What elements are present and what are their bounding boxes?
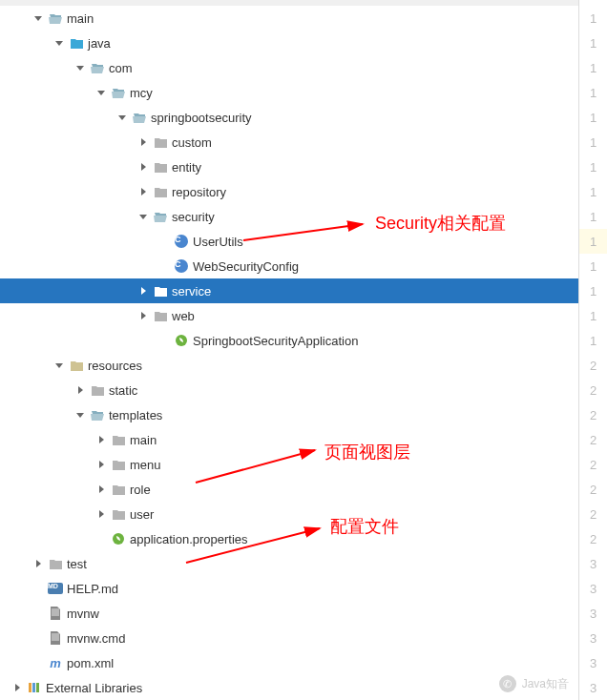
tree-label: static <box>109 383 145 398</box>
folder-java[interactable]: java <box>0 31 578 55</box>
expand-arrow-icon[interactable] <box>31 606 46 621</box>
expand-arrow-icon[interactable] <box>94 506 109 522</box>
expand-arrow-icon[interactable] <box>73 382 88 398</box>
md-icon: MD <box>48 581 63 596</box>
folder-tmpl-main[interactable]: main <box>0 427 578 452</box>
expand-arrow-icon[interactable] <box>136 308 151 323</box>
folder-service[interactable]: service <box>0 278 578 303</box>
tree-label: templates <box>109 408 170 422</box>
folder-tmpl-user[interactable]: user <box>0 502 578 526</box>
expand-arrow-icon[interactable] <box>73 407 88 422</box>
gutter-line: 2 <box>579 477 607 502</box>
file-help[interactable]: MDHELP.md <box>0 576 578 601</box>
gutter-line: 1 <box>579 328 607 353</box>
folder-test[interactable]: test <box>0 551 578 576</box>
file-icon <box>48 630 63 646</box>
folder-closed-icon <box>48 556 63 571</box>
expand-arrow-icon[interactable] <box>94 457 109 472</box>
project-tree[interactable]: srcmainjavacommcyspringbootsecuritycusto… <box>0 0 578 700</box>
expand-arrow-icon[interactable] <box>94 531 109 546</box>
folder-closed-icon <box>153 283 168 299</box>
gutter-line: 3 <box>579 551 607 576</box>
gutter-line: 1 <box>579 55 607 80</box>
expand-arrow-icon[interactable] <box>136 134 151 150</box>
gutter-line: 1 <box>579 179 607 204</box>
tree-label: HELP.md <box>67 582 126 596</box>
folder-resources[interactable]: resources <box>0 353 578 378</box>
expand-arrow-icon[interactable] <box>94 85 109 100</box>
tree-label: test <box>67 557 94 571</box>
folder-resources-icon <box>69 358 84 373</box>
gutter-line: 1 <box>579 130 607 154</box>
folder-main[interactable]: main <box>0 6 578 31</box>
gutter-line: 3 <box>579 576 607 601</box>
gutter-line: 2 <box>579 526 607 551</box>
expand-arrow-icon[interactable] <box>52 358 67 373</box>
gutter-line: 1 <box>579 303 607 328</box>
gutter-line: 2 <box>579 378 607 402</box>
java-class-icon: C <box>174 258 189 274</box>
expand-arrow-icon[interactable] <box>115 110 130 125</box>
expand-arrow-icon[interactable] <box>157 333 172 348</box>
gutter-line: 3 <box>579 626 607 650</box>
expand-arrow-icon[interactable] <box>31 581 46 596</box>
folder-springbootsecurity[interactable]: springbootsecurity <box>0 105 578 130</box>
file-appprops[interactable]: application.properties <box>0 526 578 551</box>
spring-icon <box>174 333 189 348</box>
expand-arrow-icon[interactable] <box>136 184 151 199</box>
tree-label: mvnw.cmd <box>67 631 133 646</box>
expand-arrow-icon[interactable] <box>73 60 88 75</box>
folder-closed-icon <box>153 308 168 323</box>
wechat-icon: ✆ <box>499 675 516 692</box>
expand-arrow-icon[interactable] <box>94 482 109 497</box>
expand-arrow-icon[interactable] <box>52 35 67 51</box>
gutter-line: 2 <box>579 427 607 452</box>
folder-tmpl-menu[interactable]: menu <box>0 452 578 477</box>
folder-com[interactable]: com <box>0 55 578 80</box>
file-springbootapp[interactable]: SpringbootSecurityApplication <box>0 328 578 353</box>
expand-arrow-icon[interactable] <box>31 10 46 26</box>
tree-label: menu <box>130 458 169 472</box>
folder-repository[interactable]: repository <box>0 179 578 204</box>
folder-custom[interactable]: custom <box>0 130 578 154</box>
gutter-line: 1 <box>579 229 607 254</box>
expand-arrow-icon[interactable] <box>31 556 46 571</box>
folder-web[interactable]: web <box>0 303 578 328</box>
expand-arrow-icon[interactable] <box>94 432 109 447</box>
gutter-line: 1 <box>579 105 607 130</box>
file-mvnwcmd[interactable]: mvnw.cmd <box>0 626 578 650</box>
tree-label: mcy <box>130 86 160 100</box>
folder-static[interactable]: static <box>0 378 578 402</box>
tree-label: resources <box>88 359 150 373</box>
expand-arrow-icon[interactable] <box>157 234 172 249</box>
file-mvnw[interactable]: mvnw <box>0 601 578 626</box>
file-websecurityconfig[interactable]: CWebSecurityConfig <box>0 254 578 278</box>
file-userutils[interactable]: CUserUtils <box>0 229 578 254</box>
tree-label: entity <box>172 160 209 175</box>
gutter-line: 1 <box>579 31 607 55</box>
tree-label: user <box>130 507 161 522</box>
folder-tmpl-role[interactable]: role <box>0 477 578 502</box>
expand-arrow-icon[interactable] <box>157 258 172 274</box>
folder-entity[interactable]: entity <box>0 154 578 179</box>
folder-closed-icon <box>111 482 126 497</box>
expand-arrow-icon[interactable] <box>136 209 151 224</box>
expand-arrow-icon[interactable] <box>31 630 46 646</box>
folder-closed-icon <box>153 159 168 175</box>
tree-label: pom.xml <box>67 656 121 670</box>
tree-label: repository <box>172 185 234 199</box>
java-class-icon: C <box>174 234 189 249</box>
folder-mcy[interactable]: mcy <box>0 80 578 105</box>
folder-open-icon <box>153 209 168 224</box>
external-libs[interactable]: External Libraries <box>0 675 578 700</box>
folder-templates[interactable]: templates <box>0 402 578 427</box>
folder-security[interactable]: security <box>0 204 578 229</box>
expand-arrow-icon[interactable] <box>10 0 25 1</box>
expand-arrow-icon[interactable] <box>10 680 25 695</box>
file-pom[interactable]: mpom.xml <box>0 650 578 675</box>
watermark: ✆ Java知音 <box>499 675 569 692</box>
expand-arrow-icon[interactable] <box>136 283 151 299</box>
gutter-line: 2 <box>579 452 607 477</box>
expand-arrow-icon[interactable] <box>31 655 46 670</box>
expand-arrow-icon[interactable] <box>136 159 151 175</box>
